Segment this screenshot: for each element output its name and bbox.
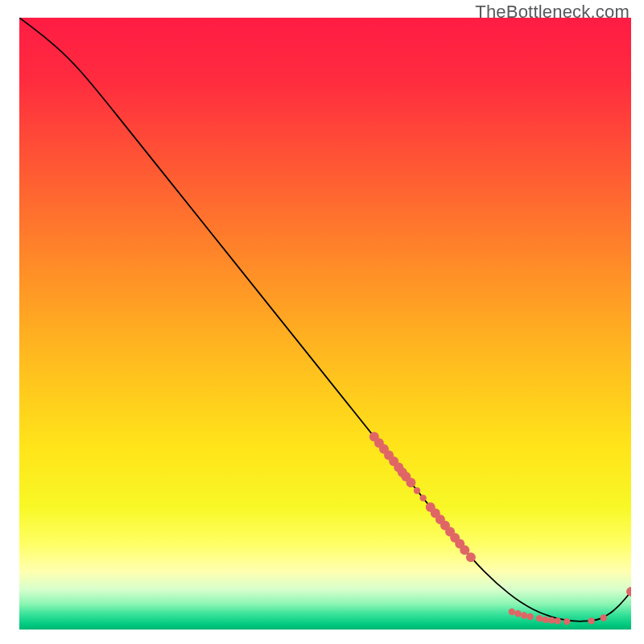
data-point-marker xyxy=(548,617,555,623)
data-point-marker xyxy=(626,587,631,597)
data-point-marker xyxy=(509,609,515,615)
data-point-marker xyxy=(466,552,476,562)
chart-plot-area xyxy=(19,18,631,630)
data-point-marker xyxy=(406,478,415,488)
data-point-marker xyxy=(588,617,594,624)
data-point-marker xyxy=(514,610,521,617)
data-points-group xyxy=(369,432,631,625)
data-point-marker xyxy=(414,487,420,493)
data-point-marker xyxy=(526,613,533,620)
data-point-marker xyxy=(521,612,527,618)
data-point-marker xyxy=(564,618,570,625)
bottleneck-curve-line xyxy=(19,18,631,621)
data-point-marker xyxy=(419,494,426,501)
data-point-marker xyxy=(555,617,561,624)
data-point-marker xyxy=(601,614,607,621)
data-point-marker xyxy=(536,615,543,621)
chart-overlay xyxy=(19,18,631,630)
data-point-marker xyxy=(542,617,548,623)
